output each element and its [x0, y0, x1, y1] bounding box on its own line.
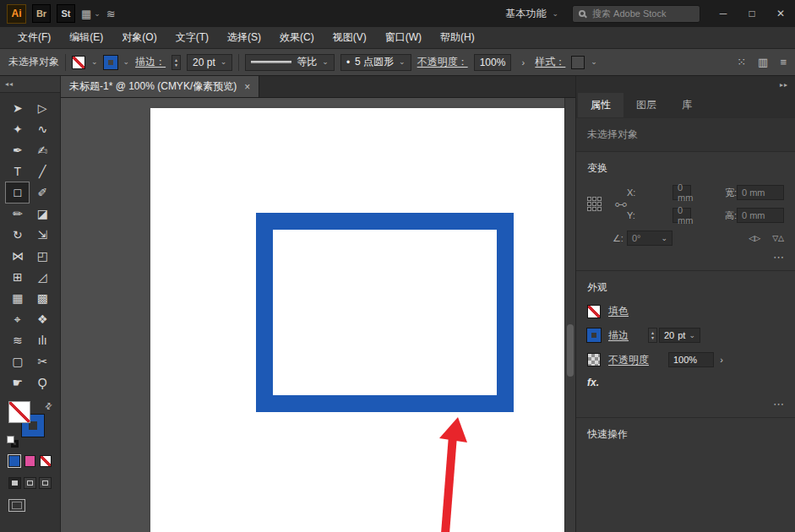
panel-opacity-field[interactable]: 100%	[668, 352, 714, 367]
opacity-panel-link[interactable]: 不透明度：	[417, 55, 468, 69]
appearance-more-options[interactable]: ⋯	[587, 398, 784, 410]
menu-item-type[interactable]: 文字(T)	[166, 30, 218, 45]
bridge-button[interactable]: Br	[32, 4, 51, 23]
maximize-button[interactable]: □	[738, 0, 766, 27]
mesh-tool[interactable]: ▦	[6, 288, 29, 308]
scrollbar-thumb[interactable]	[567, 324, 574, 377]
stock-button[interactable]: St	[57, 4, 75, 23]
direct-selection-tool[interactable]: ▷	[31, 98, 54, 118]
column-graph-tool[interactable]: ılı	[31, 330, 54, 350]
menu-item-view[interactable]: 视图(V)	[324, 30, 376, 45]
selection-tool[interactable]: ➤	[6, 98, 29, 118]
eraser-tool[interactable]: ◪	[31, 204, 54, 224]
menu-item-window[interactable]: 窗口(W)	[376, 30, 431, 45]
opacity-expand-button[interactable]: ›	[517, 55, 529, 70]
fill-swatch[interactable]	[587, 305, 601, 318]
align-options-icon[interactable]: ⁙	[737, 56, 746, 68]
menu-item-help[interactable]: 帮助(H)	[431, 30, 484, 45]
document-setup-icon[interactable]: ▥	[758, 56, 768, 68]
magic-wand-tool[interactable]: ✦	[6, 119, 29, 139]
menu-item-edit[interactable]: 编辑(E)	[60, 30, 112, 45]
paintbrush-tool[interactable]: ✐	[31, 182, 54, 203]
blend-tool[interactable]: ❖	[31, 309, 54, 329]
reference-point-icon[interactable]	[587, 197, 613, 211]
chevron-down-icon[interactable]: ⌄	[123, 58, 130, 66]
stroke-swatch[interactable]	[587, 328, 601, 342]
panel-tab-libraries[interactable]: 库	[669, 93, 705, 117]
type-tool[interactable]: T	[6, 161, 29, 182]
brush-definition-dropdown[interactable]: • 5 点圆形 ⌄	[340, 54, 411, 71]
stroke-color-swatch[interactable]	[104, 56, 117, 69]
fill-well[interactable]	[8, 401, 30, 423]
rotate-tool[interactable]: ↻	[6, 225, 29, 245]
chevron-down-icon[interactable]: ⌄	[91, 58, 98, 66]
gradient-button[interactable]	[25, 455, 36, 467]
fill-color-swatch[interactable]	[72, 56, 85, 69]
zoom-tool[interactable]: Ϙ	[31, 372, 54, 393]
blue-rectangle-artwork[interactable]	[256, 213, 514, 412]
gesture-button[interactable]: ≋	[106, 8, 116, 20]
link-dimensions-icon[interactable]: ⧟	[615, 197, 627, 211]
gradient-tool[interactable]: ▩	[31, 288, 54, 308]
width-tool[interactable]: ⋈	[6, 246, 29, 266]
swap-fill-stroke-icon[interactable]: ⇄	[42, 400, 54, 412]
color-button[interactable]	[8, 455, 20, 467]
arrange-documents-button[interactable]: ▦ ⌄	[81, 8, 101, 20]
menu-item-select[interactable]: 选择(S)	[218, 30, 270, 45]
flip-vertical-icon[interactable]: ▽△	[772, 234, 784, 242]
height-field[interactable]: 0 mm	[737, 208, 784, 223]
stock-search-box[interactable]	[572, 5, 700, 23]
opacity-field[interactable]: 100%	[474, 54, 512, 71]
hand-tool[interactable]: ☛	[6, 372, 29, 393]
canvas[interactable]	[61, 98, 575, 532]
scale-tool[interactable]: ⇲	[31, 225, 54, 245]
none-button[interactable]	[40, 455, 52, 467]
chevron-down-icon[interactable]: ⌄	[591, 58, 597, 66]
menu-item-object[interactable]: 对象(O)	[112, 30, 166, 45]
stroke-weight-stepper[interactable]: ▴ ▾	[648, 328, 657, 343]
eyedropper-tool[interactable]: ⌖	[6, 309, 29, 329]
minimize-button[interactable]: ─	[709, 0, 738, 27]
screen-mode-button[interactable]	[8, 499, 25, 512]
free-transform-tool[interactable]: ◰	[31, 246, 54, 266]
menu-item-file[interactable]: 文件(F)	[8, 30, 60, 45]
pen-tool[interactable]: ✒	[6, 140, 29, 160]
panel-tab-properties[interactable]: 属性	[578, 93, 623, 117]
line-segment-tool[interactable]: ╱	[31, 161, 54, 182]
angle-field[interactable]: 0° ⌄	[627, 231, 672, 246]
tab-close-icon[interactable]: ×	[244, 81, 250, 93]
panel-tab-layers[interactable]: 图层	[623, 93, 669, 117]
menu-item-effect[interactable]: 效果(C)	[270, 30, 324, 45]
y-field[interactable]: 0 mm	[672, 208, 691, 223]
fx-button[interactable]: fx.	[587, 377, 599, 388]
width-profile-dropdown[interactable]: 等比 ⌄	[245, 54, 335, 71]
lasso-tool[interactable]: ∿	[31, 119, 54, 139]
stroke-panel-link[interactable]: 描边：	[135, 55, 166, 69]
stroke-weight-stepper[interactable]: ▴ ▾	[172, 55, 181, 70]
style-swatch[interactable]	[571, 56, 585, 69]
panel-stroke-weight-field[interactable]: 20 pt ⌄	[659, 328, 700, 343]
transform-more-options[interactable]: ⋯	[587, 251, 784, 263]
shape-builder-tool[interactable]: ⊞	[6, 267, 29, 287]
draw-behind-button[interactable]	[24, 477, 36, 489]
draw-normal-button[interactable]	[8, 477, 21, 489]
workspace-switcher[interactable]: 基本功能 ⌄	[500, 7, 564, 21]
collapse-panel-icon[interactable]: ◂◂	[5, 80, 14, 88]
draw-inside-button[interactable]	[39, 477, 52, 489]
x-field[interactable]: 0 mm	[672, 185, 691, 200]
curvature-tool[interactable]: ✍	[31, 140, 54, 160]
rectangle-tool[interactable]: □	[6, 182, 29, 203]
artboard-tool[interactable]: ▢	[6, 351, 29, 372]
fill-label[interactable]: 填色	[608, 304, 629, 318]
opacity-options-button[interactable]: ›	[716, 352, 727, 367]
control-panel-menu-icon[interactable]: ≡	[780, 56, 787, 68]
symbol-sprayer-tool[interactable]: ≋	[6, 330, 29, 350]
shaper-tool[interactable]: ✏	[6, 204, 29, 224]
width-field[interactable]: 0 mm	[737, 185, 784, 200]
stock-search-input[interactable]	[591, 8, 694, 19]
expand-panel-icon[interactable]: ▸▸	[780, 81, 788, 89]
flip-horizontal-icon[interactable]: ◁▷	[749, 234, 760, 242]
default-fill-icon[interactable]	[7, 436, 14, 443]
stroke-weight-field[interactable]: 20 pt ⌄	[187, 54, 232, 71]
style-panel-link[interactable]: 样式：	[535, 55, 565, 69]
